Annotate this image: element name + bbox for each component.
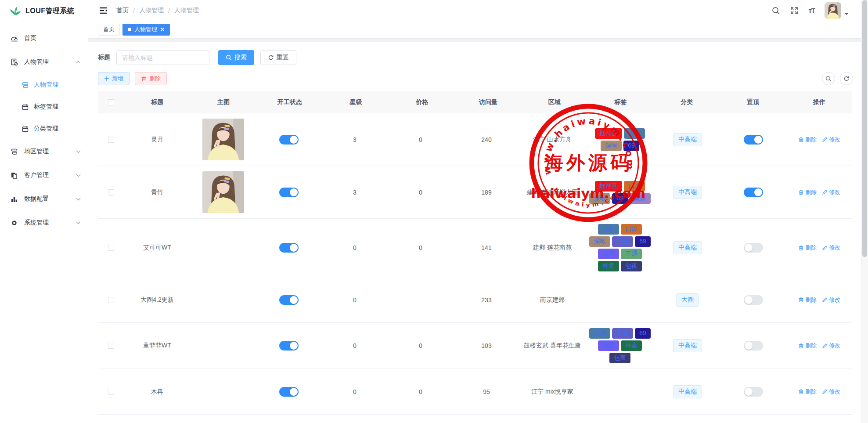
tag[interactable]: 深喉 bbox=[601, 141, 622, 151]
sidebar-item-system-mgmt[interactable]: 系统管理 bbox=[0, 211, 88, 235]
table-row: 童菲菲WT 0 0 103 鼓楼玄武 喜年花生唐 大胸舌吻69无套外卖包夜 中高… bbox=[98, 323, 852, 369]
chevron-down-icon bbox=[76, 174, 81, 177]
active-dot-icon bbox=[128, 28, 131, 31]
sidebar-item-data-config[interactable]: 数据配置 bbox=[0, 187, 88, 211]
tag[interactable]: 深喉 bbox=[589, 193, 610, 204]
tag[interactable]: 包夜 bbox=[609, 353, 630, 363]
menu-fold-icon[interactable] bbox=[99, 6, 108, 15]
search-button-label: 搜索 bbox=[234, 54, 247, 61]
breadcrumb-item[interactable]: 首页 bbox=[116, 7, 129, 14]
fullscreen-icon[interactable] bbox=[790, 6, 799, 15]
tag[interactable]: 大胸 bbox=[624, 128, 645, 139]
cell-visits: 240 bbox=[454, 131, 519, 148]
top-toggle[interactable] bbox=[744, 295, 763, 305]
tag[interactable]: 69 bbox=[635, 236, 651, 247]
sidebar-item-home[interactable]: 首页 bbox=[0, 26, 88, 50]
sidebar-item-label: 首页 bbox=[24, 34, 81, 42]
status-toggle[interactable] bbox=[279, 135, 299, 145]
sidebar-subitem-person-mgmt[interactable]: 人物管理 bbox=[0, 74, 88, 96]
row-checkbox[interactable] bbox=[108, 343, 114, 349]
tag[interactable]: 外卖 bbox=[621, 340, 642, 351]
sidebar-item-region-mgmt[interactable]: 地区管理 bbox=[0, 140, 88, 163]
tag[interactable]: 69 bbox=[612, 193, 628, 204]
row-checkbox[interactable] bbox=[108, 189, 114, 195]
top-toggle[interactable] bbox=[744, 387, 763, 397]
tag[interactable]: 口爆 bbox=[624, 181, 645, 192]
col-price: 价格 bbox=[389, 98, 455, 106]
trash-icon bbox=[141, 76, 147, 82]
tag[interactable]: 舌吻 bbox=[612, 328, 633, 339]
delete-link[interactable]: 删除 bbox=[798, 342, 817, 350]
reset-button[interactable]: 重置 bbox=[260, 50, 296, 65]
tag[interactable]: 三通 bbox=[621, 249, 642, 259]
tag[interactable]: 嫩妹 bbox=[630, 193, 651, 204]
status-toggle[interactable] bbox=[279, 341, 299, 351]
edit-link[interactable]: 修改 bbox=[822, 244, 840, 252]
table-row: 灵月 3 0 240 江宁 山水方舟 推荐区大胸深喉69 中高端 删除 修改 bbox=[98, 113, 852, 166]
row-checkbox[interactable] bbox=[108, 137, 114, 143]
sidebar-item-customer-mgmt[interactable]: 客户管理 bbox=[0, 163, 88, 187]
person-card-icon bbox=[22, 82, 29, 88]
edit-link[interactable]: 修改 bbox=[822, 342, 840, 350]
search-icon[interactable] bbox=[771, 6, 780, 15]
delete-link[interactable]: 删除 bbox=[798, 388, 817, 396]
tag[interactable]: 推荐区 bbox=[595, 181, 622, 192]
delete-link[interactable]: 删除 bbox=[798, 136, 817, 144]
breadcrumb-item[interactable]: 人物管理 bbox=[174, 7, 199, 14]
title-search-input[interactable] bbox=[116, 50, 209, 65]
top-toggle[interactable] bbox=[744, 243, 763, 253]
tag[interactable]: 口爆 bbox=[621, 224, 642, 235]
tag[interactable]: 大胸 bbox=[598, 224, 619, 235]
tab-person-mgmt[interactable]: 人物管理 bbox=[122, 24, 170, 36]
tag[interactable]: 包夜 bbox=[621, 261, 642, 271]
sidebar-item-label: 地区管理 bbox=[24, 148, 70, 155]
delete-link[interactable]: 删除 bbox=[798, 296, 817, 304]
tag[interactable]: 推荐区 bbox=[595, 128, 622, 139]
status-toggle[interactable] bbox=[279, 295, 299, 305]
tag[interactable]: 深喉 bbox=[589, 236, 610, 247]
tag[interactable]: 无套 bbox=[598, 249, 619, 259]
close-icon[interactable] bbox=[160, 27, 165, 32]
top-toggle[interactable] bbox=[744, 135, 763, 145]
user-menu[interactable] bbox=[825, 2, 849, 19]
delete-link[interactable]: 删除 bbox=[798, 244, 817, 252]
row-checkbox[interactable] bbox=[108, 389, 114, 395]
status-toggle[interactable] bbox=[279, 387, 299, 397]
chevron-down-icon bbox=[76, 150, 81, 153]
tab-home[interactable]: 首页 bbox=[98, 24, 120, 36]
delete-button[interactable]: 删除 bbox=[135, 72, 167, 85]
add-button-label: 新增 bbox=[112, 75, 123, 83]
vertical-scrollbar[interactable] bbox=[861, 0, 868, 423]
column-search-button[interactable] bbox=[822, 72, 835, 85]
tag[interactable]: 大胸 bbox=[589, 328, 610, 339]
breadcrumb-item[interactable]: 人物管理 bbox=[139, 7, 164, 14]
add-button[interactable]: 新增 bbox=[98, 72, 130, 85]
edit-link[interactable]: 修改 bbox=[822, 296, 840, 304]
user-avatar[interactable] bbox=[825, 2, 841, 19]
edit-link[interactable]: 修改 bbox=[822, 388, 840, 396]
tag[interactable]: 69 bbox=[623, 141, 639, 151]
row-checkbox[interactable] bbox=[108, 245, 114, 251]
sidebar-item-person-mgmt[interactable]: 人物管理 bbox=[0, 50, 88, 74]
status-toggle[interactable] bbox=[279, 188, 299, 197]
font-size-icon[interactable]: тT bbox=[808, 7, 815, 14]
edit-link[interactable]: 修改 bbox=[822, 188, 840, 196]
tag[interactable]: 69 bbox=[635, 328, 651, 339]
status-toggle[interactable] bbox=[279, 243, 299, 253]
search-button[interactable]: 搜索 bbox=[218, 50, 254, 65]
sidebar-subitem-category-mgmt[interactable]: 分类管理 bbox=[0, 118, 88, 140]
layers-icon bbox=[11, 148, 18, 155]
top-toggle[interactable] bbox=[744, 188, 763, 197]
tag[interactable]: 舌吻 bbox=[612, 236, 633, 247]
refresh-table-button[interactable] bbox=[840, 72, 853, 85]
delete-link[interactable]: 删除 bbox=[798, 188, 817, 196]
sidebar-subitem-tag-mgmt[interactable]: 标签管理 bbox=[0, 96, 88, 118]
tag[interactable]: 外卖 bbox=[598, 261, 619, 271]
select-all-checkbox[interactable] bbox=[108, 99, 114, 105]
row-checkbox[interactable] bbox=[108, 297, 114, 303]
edit-link[interactable]: 修改 bbox=[822, 136, 840, 144]
tag[interactable]: 无套 bbox=[598, 340, 619, 351]
top-toggle[interactable] bbox=[744, 341, 763, 351]
scrollbar-thumb[interactable] bbox=[862, 0, 867, 257]
caret-down-icon bbox=[844, 13, 849, 17]
